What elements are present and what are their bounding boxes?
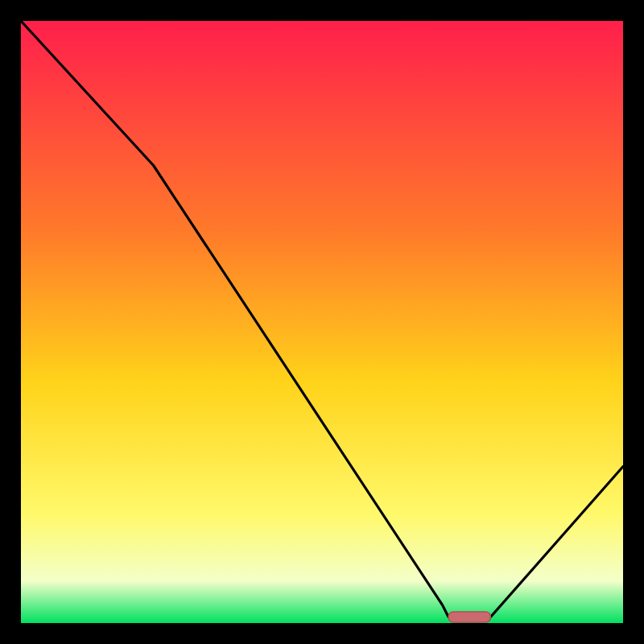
chart-container: TheBottleneck.com bbox=[0, 0, 644, 644]
gradient-background bbox=[21, 21, 623, 623]
bottleneck-plot bbox=[0, 0, 644, 644]
optimum-marker bbox=[448, 612, 490, 622]
